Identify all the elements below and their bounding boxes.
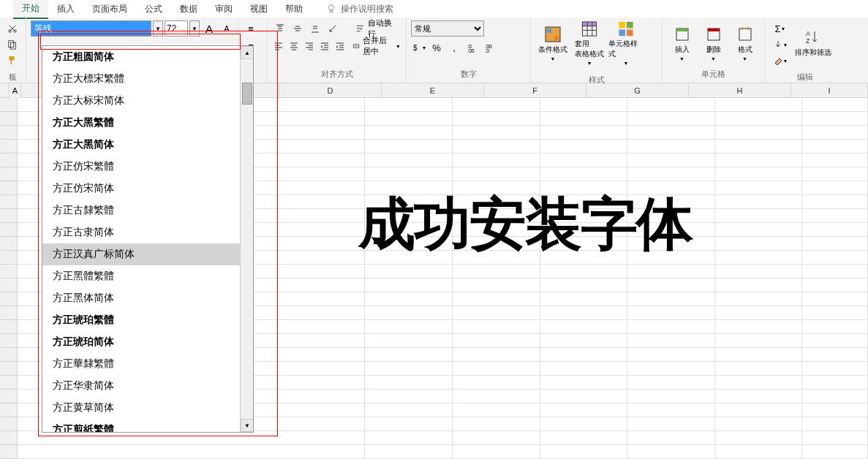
cell[interactable] bbox=[802, 445, 868, 459]
cell[interactable] bbox=[802, 223, 868, 237]
cell[interactable] bbox=[540, 403, 628, 417]
cell[interactable] bbox=[540, 376, 628, 390]
align-top-button[interactable] bbox=[272, 20, 288, 37]
cell[interactable] bbox=[453, 306, 540, 320]
currency-button[interactable]: $▼ bbox=[411, 39, 427, 56]
cell[interactable] bbox=[365, 362, 453, 376]
cell[interactable] bbox=[365, 278, 453, 292]
cell[interactable] bbox=[540, 348, 628, 362]
cell[interactable] bbox=[365, 153, 453, 167]
cell[interactable] bbox=[715, 195, 803, 209]
font-dropdown-item[interactable]: 方正粗圆简体 bbox=[42, 46, 253, 68]
cell[interactable] bbox=[453, 348, 540, 362]
cell[interactable] bbox=[627, 140, 715, 153]
cell[interactable] bbox=[627, 348, 715, 362]
row-header[interactable] bbox=[0, 403, 18, 417]
tab-help[interactable]: 帮助 bbox=[276, 0, 312, 18]
font-dropdown-item[interactable]: 方正仿宋简体 bbox=[42, 178, 253, 200]
cell[interactable] bbox=[802, 376, 868, 390]
fill-button[interactable]: ▼ bbox=[769, 37, 791, 53]
cell[interactable] bbox=[802, 195, 868, 209]
cell[interactable] bbox=[453, 278, 540, 292]
format-painter-button[interactable] bbox=[4, 53, 20, 69]
increase-indent-button[interactable] bbox=[333, 38, 347, 54]
cell[interactable] bbox=[453, 417, 540, 431]
row-header[interactable] bbox=[0, 348, 18, 362]
cell[interactable] bbox=[715, 140, 803, 153]
decrease-font-button[interactable]: A bbox=[219, 20, 235, 37]
cell[interactable] bbox=[627, 153, 715, 167]
cell[interactable] bbox=[365, 306, 453, 320]
cell[interactable] bbox=[715, 112, 803, 126]
cell[interactable] bbox=[365, 334, 453, 348]
clear-button[interactable]: ▼ bbox=[769, 53, 791, 69]
cut-button[interactable] bbox=[4, 20, 20, 37]
increase-font-button[interactable]: A bbox=[201, 20, 217, 37]
increase-decimal-button[interactable]: .0.00 bbox=[464, 39, 480, 56]
format-button[interactable]: 格式 ▼ bbox=[730, 20, 760, 66]
cell[interactable] bbox=[802, 362, 868, 376]
cell[interactable] bbox=[540, 98, 628, 112]
font-dropdown-item[interactable]: 方正黑体简体 bbox=[42, 287, 253, 309]
cell[interactable] bbox=[715, 403, 803, 417]
cell[interactable] bbox=[365, 167, 453, 181]
cell[interactable] bbox=[715, 306, 803, 320]
cell[interactable] bbox=[540, 167, 628, 181]
row-header[interactable] bbox=[0, 320, 18, 334]
cell[interactable] bbox=[365, 445, 453, 459]
font-dropdown-item[interactable]: 方正黑體繁體 bbox=[42, 265, 253, 287]
row-header[interactable] bbox=[0, 181, 18, 195]
cell[interactable] bbox=[715, 334, 803, 348]
cell[interactable] bbox=[802, 292, 868, 306]
tell-me-search[interactable]: 操作说明搜索 bbox=[326, 3, 393, 15]
cell-style-button[interactable]: 单元格样式 ▼ bbox=[608, 20, 644, 66]
cell[interactable] bbox=[715, 362, 803, 376]
font-dropdown-item[interactable]: 方正汉真广标简体 bbox=[42, 243, 253, 265]
column-header[interactable]: G bbox=[586, 83, 689, 98]
font-dropdown-item[interactable]: 方正华隶简体 bbox=[42, 375, 253, 397]
cell[interactable] bbox=[802, 126, 868, 140]
cell[interactable] bbox=[715, 98, 803, 112]
cell[interactable] bbox=[453, 126, 540, 140]
cell[interactable] bbox=[715, 251, 803, 265]
column-header[interactable]: I bbox=[791, 83, 868, 98]
row-header[interactable] bbox=[0, 237, 18, 251]
row-header[interactable] bbox=[0, 98, 18, 112]
row-header[interactable] bbox=[0, 126, 18, 140]
cell[interactable] bbox=[453, 265, 540, 278]
cell[interactable] bbox=[627, 376, 715, 390]
orientation-button[interactable] bbox=[325, 20, 341, 37]
row-header[interactable] bbox=[0, 334, 18, 348]
merge-center-button[interactable]: 合并后居中 ▼ bbox=[348, 38, 405, 54]
cell[interactable] bbox=[365, 140, 453, 153]
cell[interactable] bbox=[715, 320, 803, 334]
cell[interactable] bbox=[540, 334, 628, 348]
column-header[interactable]: E bbox=[382, 83, 484, 98]
cell[interactable] bbox=[627, 334, 715, 348]
cell[interactable] bbox=[715, 181, 803, 195]
cell[interactable] bbox=[802, 167, 868, 181]
row-header[interactable] bbox=[0, 292, 18, 306]
cell[interactable] bbox=[540, 278, 628, 292]
cell[interactable] bbox=[365, 320, 453, 334]
font-dropdown-item[interactable]: 方正古隶简体 bbox=[42, 221, 253, 243]
delete-button[interactable]: 删除 ▼ bbox=[698, 20, 728, 66]
tab-formula[interactable]: 公式 bbox=[136, 0, 171, 18]
font-dropdown-item[interactable]: 方正大標宋繁體 bbox=[42, 68, 253, 90]
font-dropdown-item[interactable]: 方正琥珀简体 bbox=[42, 331, 253, 353]
cell[interactable] bbox=[453, 431, 540, 445]
scroll-up-button[interactable]: ▲ bbox=[241, 46, 254, 59]
cell[interactable] bbox=[627, 431, 715, 445]
cell[interactable] bbox=[802, 417, 868, 431]
cell[interactable] bbox=[715, 167, 803, 181]
tab-view[interactable]: 视图 bbox=[241, 0, 276, 18]
cell[interactable] bbox=[802, 112, 868, 126]
cell[interactable] bbox=[453, 167, 540, 181]
row-header[interactable] bbox=[0, 445, 18, 459]
cell[interactable] bbox=[627, 265, 715, 278]
dropdown-scrollbar[interactable]: ▲ ▼ bbox=[240, 46, 253, 432]
cell[interactable] bbox=[365, 403, 453, 417]
number-format-select[interactable]: 常规 bbox=[411, 20, 484, 37]
cell[interactable] bbox=[365, 265, 453, 278]
comma-button[interactable]: , bbox=[446, 39, 462, 56]
